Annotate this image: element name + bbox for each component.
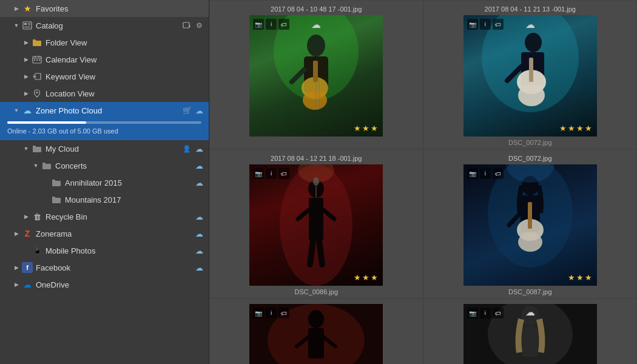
photo-4-stars: ★ ★ ★ bbox=[568, 273, 592, 282]
photo-wrapper-2: 📷 i 🏷 ☁ ★ ★ ★ ★ bbox=[463, 15, 597, 136]
photo-grid: 2017 08 04 - 10 48 17 -001.jpg bbox=[209, 0, 637, 364]
svg-rect-2 bbox=[28, 23, 30, 24]
photo-1-info-icon: i bbox=[266, 19, 277, 30]
keyword-view-arrow bbox=[22, 72, 30, 81]
sidebar-item-catalog[interactable]: Catalog ⚙ bbox=[0, 17, 209, 34]
photo-image-3 bbox=[249, 164, 383, 286]
photo-cell-6[interactable]: 📷 i 🏷 ☁ bbox=[423, 298, 638, 364]
facebook-arrow bbox=[12, 263, 21, 272]
sidebar-item-mobile-photos[interactable]: 📱 Mobile Photos ☁ bbox=[0, 242, 209, 259]
photo-wrapper-6: 📷 i 🏷 ☁ bbox=[463, 304, 597, 364]
svg-rect-0 bbox=[23, 22, 32, 29]
zoner-cloud-arrow bbox=[12, 106, 21, 115]
location-view-arrow bbox=[22, 89, 30, 98]
location-view-label: Location View bbox=[46, 89, 204, 98]
sidebar: ★ Favorites Catalog ⚙ Folder View Calend… bbox=[0, 0, 209, 364]
photo-cell-1[interactable]: 2017 08 04 - 10 48 17 -001.jpg bbox=[209, 0, 423, 149]
mobile-photos-cloud-icon: ☁ bbox=[194, 246, 204, 255]
facebook-cloud-icon: ☁ bbox=[194, 263, 204, 272]
concerts-label: Concerts bbox=[55, 161, 194, 170]
sidebar-item-folder-view[interactable]: Folder View bbox=[0, 34, 209, 51]
svg-rect-36 bbox=[309, 198, 323, 240]
concerts-actions: ☁ bbox=[194, 161, 204, 170]
photo-3-info-icon: i bbox=[266, 168, 277, 179]
keyword-view-icon bbox=[32, 71, 42, 82]
sidebar-item-zonerama[interactable]: Z Zonerama ☁ bbox=[0, 225, 209, 242]
photo-cell-5[interactable]: 📷 i 🏷 bbox=[209, 298, 423, 364]
sidebar-item-concerts[interactable]: Concerts ☁ bbox=[0, 157, 209, 174]
sidebar-item-mountains[interactable]: Mountains 2017 bbox=[0, 191, 209, 208]
my-cloud-cloud-icon: ☁ bbox=[194, 144, 204, 153]
svg-point-54 bbox=[308, 310, 324, 328]
facebook-actions: ☁ bbox=[194, 263, 204, 272]
annihilator-actions: ☁ bbox=[194, 178, 204, 187]
star-3: ★ bbox=[371, 273, 378, 282]
zoner-cloud-cart-icon[interactable]: 🛒 bbox=[182, 106, 192, 115]
photo-cell-4[interactable]: DSC_0072.jpg bbox=[423, 149, 638, 298]
svg-rect-3 bbox=[28, 24, 30, 25]
sidebar-item-annihilator[interactable]: Annihilator 2015 ☁ bbox=[0, 174, 209, 191]
zonerama-actions: ☁ bbox=[194, 229, 204, 238]
svg-point-48 bbox=[518, 232, 542, 252]
sidebar-item-zoner-cloud[interactable]: ☁ Zoner Photo Cloud 🛒 ☁ bbox=[0, 102, 209, 119]
catalog-settings-icon[interactable]: ⚙ bbox=[194, 21, 204, 30]
recycle-bin-label: Recycle Bin bbox=[46, 212, 194, 221]
svg-rect-25 bbox=[313, 61, 318, 82]
svg-line-40 bbox=[319, 240, 322, 265]
favorites-label: Favorites bbox=[36, 4, 204, 13]
folder-view-arrow bbox=[22, 38, 30, 47]
photo-5-info-icon: i bbox=[266, 308, 277, 318]
photo-cell-2[interactable]: 2017 08 04 - 11 21 13 -001.jpg bbox=[423, 0, 638, 149]
location-view-icon bbox=[32, 88, 42, 99]
onedrive-label: OneDrive bbox=[36, 280, 204, 289]
star-1: ★ bbox=[568, 273, 575, 282]
onedrive-icon: ☁ bbox=[22, 279, 33, 290]
sidebar-item-recycle-bin[interactable]: 🗑 Recycle Bin ☁ bbox=[0, 208, 209, 225]
zoner-cloud-actions: 🛒 ☁ bbox=[182, 106, 204, 115]
star-1: ★ bbox=[354, 273, 361, 282]
zonerama-icon: Z bbox=[22, 228, 33, 239]
sidebar-item-location-view[interactable]: Location View bbox=[0, 85, 209, 102]
calendar-view-icon bbox=[32, 54, 42, 65]
photo-2-overlay-icons: 📷 i 🏷 bbox=[467, 19, 504, 30]
sidebar-item-calendar-view[interactable]: Calendar View bbox=[0, 51, 209, 68]
photo-6-tag-icon: 🏷 bbox=[493, 308, 504, 318]
sidebar-item-favorites[interactable]: ★ Favorites bbox=[0, 0, 209, 17]
photo-1-cloud-icon: ☁ bbox=[311, 19, 321, 30]
sidebar-item-onedrive[interactable]: ☁ OneDrive bbox=[0, 276, 209, 293]
photo-3-camera-icon: 📷 bbox=[253, 168, 264, 179]
photo-5-overlay-icons: 📷 i 🏷 bbox=[253, 308, 289, 318]
photo-2-tag-icon: 🏷 bbox=[493, 19, 504, 30]
svg-rect-15 bbox=[39, 59, 40, 61]
photo-caption-3: DSC_0086.jpg bbox=[294, 288, 338, 295]
concerts-folder-icon bbox=[41, 160, 52, 171]
photo-filename-4: DSC_0072.jpg bbox=[429, 155, 632, 162]
cloud-progress-bar-fill bbox=[7, 121, 86, 124]
svg-point-16 bbox=[35, 76, 36, 78]
my-cloud-actions: 👤 ☁ bbox=[182, 144, 204, 153]
sidebar-item-keyword-view[interactable]: Keyword View bbox=[0, 68, 209, 85]
catalog-actions: ⚙ bbox=[182, 21, 204, 30]
photo-2-camera-icon: 📷 bbox=[467, 19, 478, 30]
facebook-icon: f bbox=[22, 262, 33, 273]
zoner-cloud-badge-icon: ☁ bbox=[194, 106, 204, 115]
photo-2-stars: ★ ★ ★ ★ bbox=[559, 124, 592, 133]
catalog-add-icon[interactable] bbox=[182, 21, 192, 30]
recycle-bin-cloud-icon: ☁ bbox=[194, 212, 204, 221]
svg-rect-61 bbox=[522, 326, 538, 357]
calendar-view-label: Calendar View bbox=[46, 55, 204, 64]
photo-wrapper-5: 📷 i 🏷 bbox=[249, 304, 383, 364]
sidebar-item-my-cloud[interactable]: My Cloud 👤 ☁ bbox=[0, 140, 209, 157]
photo-1-stars: ★ ★ ★ bbox=[354, 124, 378, 133]
photo-cell-3[interactable]: 2017 08 04 - 12 21 18 -001.jpg bbox=[209, 149, 423, 298]
my-cloud-person-icon[interactable]: 👤 bbox=[182, 144, 192, 153]
my-cloud-label: My Cloud bbox=[46, 144, 182, 153]
photo-2-cloud-icon: ☁ bbox=[525, 19, 535, 30]
photo-wrapper-4: 📷 i 🏷 ★ ★ ★ bbox=[463, 164, 597, 286]
cloud-progress-bar-bg bbox=[7, 121, 201, 124]
star-1: ★ bbox=[559, 124, 567, 133]
sidebar-item-facebook[interactable]: f Facebook ☁ bbox=[0, 259, 209, 276]
photo-5-tag-icon: 🏷 bbox=[278, 308, 289, 318]
my-cloud-folder-icon bbox=[32, 143, 42, 154]
photo-image-1 bbox=[249, 15, 383, 136]
